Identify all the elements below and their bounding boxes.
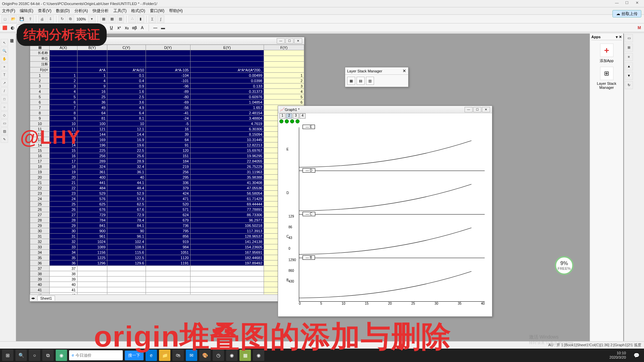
data-cell[interactable]: -89	[146, 89, 190, 94]
data-cell[interactable]: 18	[50, 164, 77, 169]
data-cell[interactable]: 5	[264, 94, 304, 100]
data-cell[interactable]: 16	[50, 153, 77, 159]
data-cell[interactable]: 1.04854	[190, 100, 264, 105]
layer-dot[interactable]	[279, 119, 283, 123]
data-cell[interactable]: 64	[146, 137, 190, 142]
data-cell[interactable]: 0.00499	[190, 73, 264, 78]
data-cell[interactable]: 86.73306	[190, 212, 264, 218]
stacked-panel[interactable]: — E E	[299, 127, 485, 171]
data-cell[interactable]: 129.6	[107, 260, 146, 266]
data-cell[interactable]: 21	[50, 180, 77, 185]
export-icon[interactable]: ⇪	[26, 15, 34, 23]
data-cell[interactable]: 1.6	[107, 89, 146, 94]
layer-dot[interactable]	[296, 119, 300, 123]
group-icon[interactable]: ⊞	[625, 44, 633, 52]
zoom-select[interactable]: 100%	[75, 17, 87, 21]
data-cell[interactable]: 102.4	[107, 239, 146, 244]
row-header[interactable]: 7	[30, 105, 50, 110]
data-cell[interactable]: 27	[50, 212, 77, 218]
data-cell[interactable]: 49	[77, 105, 107, 110]
greek-button[interactable]: αβ	[131, 24, 138, 31]
data-cell[interactable]: -80	[146, 94, 190, 100]
data-cell[interactable]	[146, 293, 190, 295]
data-cell[interactable]: 36	[50, 260, 77, 266]
fx-cell[interactable]: A*A-105	[146, 67, 190, 73]
label-cell[interactable]	[77, 62, 107, 67]
print-icon[interactable]: 🖨	[38, 15, 46, 23]
data-cell[interactable]: 336	[146, 180, 190, 185]
label-cell[interactable]	[50, 62, 77, 67]
data-cell[interactable]: 26.75229	[190, 164, 264, 169]
minimize-button[interactable]: —	[612, 1, 622, 7]
label-cell[interactable]	[190, 50, 264, 56]
data-cell[interactable]	[190, 287, 264, 293]
fill-icon[interactable]: ▬	[160, 24, 166, 31]
data-cell[interactable]: 184	[146, 159, 190, 164]
row-header[interactable]: 20	[30, 175, 50, 180]
data-cell[interactable]	[107, 271, 146, 277]
label-cell[interactable]	[264, 50, 304, 56]
data-cell[interactable]: 64	[77, 110, 107, 116]
data-cell[interactable]: 0.31373	[190, 89, 264, 94]
data-cell[interactable]: 16	[77, 89, 107, 94]
data-cell[interactable]: 795	[146, 228, 190, 234]
data-cell[interactable]	[146, 266, 190, 271]
data-cell[interactable]: 28	[50, 218, 77, 223]
data-cell[interactable]: 44.1	[107, 180, 146, 185]
data-cell[interactable]: 361	[77, 169, 107, 175]
data-cell[interactable]: 1	[77, 73, 107, 78]
back-icon[interactable]: ▼	[625, 72, 633, 80]
lsm-reorder-button[interactable]: ▥	[366, 77, 374, 85]
line-icon[interactable]: —	[152, 24, 159, 31]
data-cell[interactable]	[190, 271, 264, 277]
underline-button[interactable]: U	[108, 24, 115, 31]
line-tool-icon[interactable]: /	[1, 87, 8, 95]
rect-icon[interactable]: □	[1, 95, 8, 103]
data-cell[interactable]: 48.4	[107, 185, 146, 191]
data-cell[interactable]: -24	[146, 116, 190, 121]
rotate-icon[interactable]: ↻	[625, 81, 633, 89]
data-cell[interactable]: 115.6	[107, 250, 146, 255]
data-cell[interactable]: 32	[50, 239, 77, 244]
data-cell[interactable]: 69.44444	[190, 201, 264, 207]
tab-nav-next[interactable]: ▸	[33, 296, 35, 300]
data-cell[interactable]: 0.60976	[190, 94, 264, 100]
zoom-in-icon[interactable]: 🔍	[1, 47, 8, 54]
data-cell[interactable]: 8.15094	[190, 132, 264, 137]
layer-dot[interactable]	[285, 119, 289, 123]
label-row-header[interactable]: 长名称	[30, 50, 50, 56]
data-cell[interactable]: 117.3913	[190, 228, 264, 234]
fx-cell[interactable]: A*A/10	[107, 67, 146, 73]
label-cell[interactable]	[107, 62, 146, 67]
menu-quick[interactable]: 快捷分析	[93, 8, 109, 14]
data-cell[interactable]: 679	[146, 218, 190, 223]
data-cell[interactable]: 784	[77, 218, 107, 223]
data-cell[interactable]: 38	[50, 271, 77, 277]
data-cell[interactable]: 154.23605	[190, 244, 264, 250]
draw-icon[interactable]: ✎	[1, 135, 8, 143]
import-icon[interactable]: ⇩	[47, 15, 54, 23]
data-cell[interactable]: 4.9	[107, 105, 146, 110]
region-icon[interactable]: ▭	[1, 119, 8, 127]
data-cell[interactable]: 62.5	[107, 201, 146, 207]
label-cell[interactable]	[190, 62, 264, 67]
reader-icon[interactable]: +	[1, 63, 8, 70]
label-cell[interactable]	[264, 56, 304, 62]
data-cell[interactable]: 42	[50, 293, 77, 295]
row-header[interactable]: 21	[30, 180, 50, 185]
col-header[interactable]: F(Y)	[264, 45, 304, 50]
data-cell[interactable]: 10.31445	[190, 137, 264, 142]
data-cell[interactable]: 35.98388	[190, 175, 264, 180]
col-header[interactable]: C(Y)	[107, 45, 146, 50]
data-cell[interactable]	[190, 293, 264, 295]
data-cell[interactable]: 15.69767	[190, 148, 264, 153]
data-cell[interactable]: 424	[146, 191, 190, 196]
open-icon[interactable]: 📂	[10, 15, 17, 23]
data-cell[interactable]: 106.50218	[190, 223, 264, 228]
row-header[interactable]: 22	[30, 185, 50, 191]
superscript-button[interactable]: x²	[116, 24, 122, 31]
data-cell[interactable]: 841	[77, 223, 107, 228]
row-header[interactable]: 1	[30, 73, 50, 78]
data-cell[interactable]: -104	[146, 73, 190, 78]
row-header[interactable]: 3	[30, 83, 50, 89]
